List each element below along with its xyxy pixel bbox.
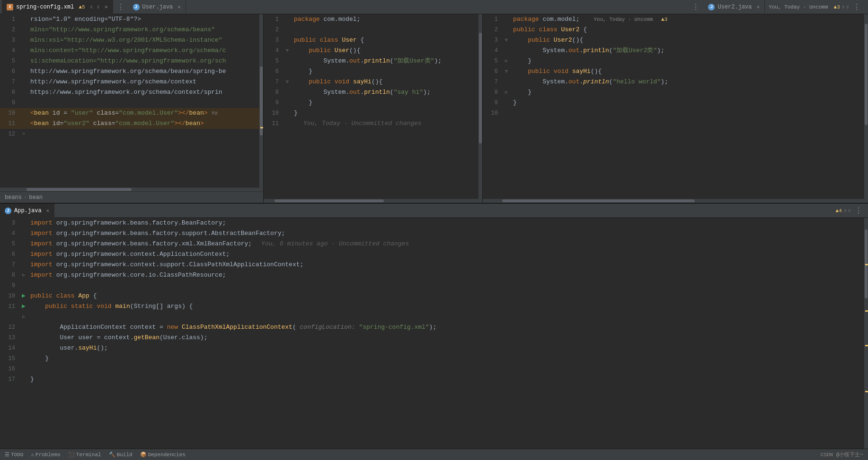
code-line: 1 rsion="1.0" encoding="UTF-8"?> xyxy=(0,14,263,25)
editor-pane-3: 1 package com.model;You, Today · Uncomm … xyxy=(483,14,868,203)
branding: CSDN @小怪下士~ xyxy=(821,451,863,458)
java-icon-user: J xyxy=(133,4,140,10)
code-line: 2 public class User2 { xyxy=(483,25,868,35)
bottom-section: J App.java ✕ ▲4 ∧ ∨ ⋮ 3 import org.sprin… xyxy=(0,204,868,460)
code-line: 4 System.out.println("加载User2类"); xyxy=(483,45,868,56)
code-line: 3 import org.springframework.beans.facto… xyxy=(0,218,868,228)
status-left: ☰ TODO ⚠ Problems ⬛ Terminal 🔨 Build 📦 xyxy=(5,451,186,458)
breadcrumb: beans › bean xyxy=(0,191,263,203)
code-line-git: 11 You, Today · Uncommitted changes xyxy=(264,118,482,129)
code-line: 1 package com.model; xyxy=(264,14,482,25)
code-line: 1 package com.model;You, Today · Uncomm … xyxy=(483,14,868,25)
status-problems[interactable]: ⚠ Problems xyxy=(31,451,60,458)
code-line: 4 ▽ public User(){ xyxy=(264,45,482,56)
bottom-code-area[interactable]: 3 import org.springframework.beans.facto… xyxy=(0,218,868,449)
code-line: 7 http://www.springframework.org/schema/… xyxy=(0,77,263,87)
code-line: 8 ▷ } xyxy=(483,87,868,98)
run-icon[interactable]: ▶ xyxy=(22,291,26,301)
status-terminal[interactable]: ⬛ Terminal xyxy=(68,451,101,458)
code-line: 9 xyxy=(0,98,263,108)
tab-label: User2.java xyxy=(717,4,752,10)
tab-close-user[interactable]: ✕ xyxy=(177,4,181,10)
pane-dots-1[interactable]: ⋮ xyxy=(113,2,128,12)
code-line: 5 si:schemaLocation="http://www.springfr… xyxy=(0,56,263,66)
code-line: 15 } xyxy=(0,353,868,364)
code-line: 9 xyxy=(0,280,868,291)
code-line: 12 ○ xyxy=(0,129,263,139)
warning-badge: ▲5 xyxy=(79,4,85,10)
editor-pane-1: 1 rsion="1.0" encoding="UTF-8"?> 2 mlns=… xyxy=(0,14,264,203)
scrollbar-v-2[interactable] xyxy=(478,14,482,199)
code-line: 14 user.sayHi(); xyxy=(0,343,868,353)
pane-dots-bottom[interactable]: ⋮ xyxy=(851,206,866,216)
code-line: 10 ▶ public class App { xyxy=(0,291,868,301)
scrollbar-h-2[interactable] xyxy=(264,199,482,203)
code-line: 17 } xyxy=(0,374,868,385)
code-line-highlight: 11 <bean id="user2" class="com.model.Use… xyxy=(0,118,263,129)
code-line: 7 System.out.println("hello world"); xyxy=(483,77,868,87)
code-area-1[interactable]: 1 rsion="1.0" encoding="UTF-8"?> 2 mlns=… xyxy=(0,14,263,188)
tab-spring-config[interactable]: X spring-config.xml ▲5 ∧ ∨ ✕ xyxy=(2,0,113,14)
code-area-2[interactable]: ✓ 1 package com.model; 2 3 public class … xyxy=(264,14,482,199)
status-todo[interactable]: ☰ TODO xyxy=(5,451,23,458)
code-line: 2 xyxy=(264,25,482,35)
scrollbar-h-3[interactable] xyxy=(483,199,868,203)
scrollbar-v-3[interactable] xyxy=(864,14,868,199)
java-icon-user2: J xyxy=(708,4,715,10)
scrollbar-thumb-h[interactable] xyxy=(27,188,132,191)
bottom-tab-bar: J App.java ✕ ▲4 ∧ ∨ ⋮ xyxy=(0,204,868,218)
tab-user2-java[interactable]: J User2.java ✕ xyxy=(703,0,765,14)
top-tab-bar: X spring-config.xml ▲5 ∧ ∨ ✕ ⋮ J User.ja… xyxy=(0,0,868,14)
code-line: 8 System.out.println("say hi"); xyxy=(264,87,482,98)
code-line: 10 xyxy=(483,108,868,118)
top-editors: 1 rsion="1.0" encoding="UTF-8"?> 2 mlns=… xyxy=(0,14,868,204)
code-line: 5 import org.springframework.beans.facto… xyxy=(0,239,868,249)
code-line: 7 import org.springframework.context.sup… xyxy=(0,260,868,270)
code-line: 9 } xyxy=(264,98,482,108)
code-line: 10 } xyxy=(264,108,482,118)
code-line: 5 ▷ } xyxy=(483,56,868,66)
scrollbar-v[interactable] xyxy=(259,14,263,188)
code-line: 6 import org.springframework.context.App… xyxy=(0,249,868,260)
status-bar: ☰ TODO ⚠ Problems ⬛ Terminal 🔨 Build 📦 xyxy=(0,449,868,460)
code-line: 12 ApplicationContext context = new Clas… xyxy=(0,322,868,333)
code-line: 6 } xyxy=(264,66,482,77)
code-line: 6 http://www.springframework.org/schema/… xyxy=(0,66,263,77)
code-line-highlight: 10 <bean id = "user" class="com.model.Us… xyxy=(0,108,263,118)
code-area-3[interactable]: 1 package com.model;You, Today · Uncomm … xyxy=(483,14,868,199)
code-line: 4 mlns:content="http://www.springframewo… xyxy=(0,45,263,56)
xml-icon: X xyxy=(7,4,13,10)
code-line: 6 ▽ public void sayHi(){ xyxy=(483,66,868,77)
code-line: 2 mlns="http://www.springframework.org/s… xyxy=(0,25,263,35)
code-line: 9 } xyxy=(483,98,868,108)
editor-pane-2: ✓ 1 package com.model; 2 3 public class … xyxy=(264,14,483,203)
code-line: 3 public class User { xyxy=(264,35,482,45)
code-line: 5 System.out.println("加载User类"); xyxy=(264,56,482,66)
run-icon-2[interactable]: ▶ xyxy=(22,301,26,312)
status-build[interactable]: 🔨 Build xyxy=(109,451,133,458)
tab-close-app[interactable]: ✕ xyxy=(46,207,50,214)
code-line: 13 User user = context.getBean(User.clas… xyxy=(0,333,868,343)
code-line: 3 ▽ public User2(){ xyxy=(483,35,868,45)
pane-dots-2[interactable]: ⋮ xyxy=(688,2,703,12)
code-line: 7 ▽ public void sayHi(){ xyxy=(264,77,482,87)
tab-app-java[interactable]: J App.java ✕ xyxy=(0,204,54,218)
tab-label: spring-config.xml xyxy=(16,4,74,10)
code-line: 3 mlns:xsi="http://www.w3.org/2001/XMLSc… xyxy=(0,35,263,45)
java-icon-app: J xyxy=(5,207,11,214)
scrollbar-v-bottom[interactable] xyxy=(864,218,868,449)
tab-close-user2[interactable]: ✕ xyxy=(757,4,760,10)
pane-dots-3[interactable]: ⋮ xyxy=(849,2,864,12)
scrollbar-thumb-v[interactable] xyxy=(260,66,263,135)
tab-user-java[interactable]: J User.java ✕ xyxy=(128,0,186,14)
status-dependencies[interactable]: 📦 Dependencies xyxy=(140,451,186,458)
tab-close-spring[interactable]: ✕ xyxy=(105,4,108,10)
code-line: 11 ▶ ▷ public static void main(String[] … xyxy=(0,301,868,322)
code-line: 8 ▷ import org.springframework.core.io.C… xyxy=(0,270,868,280)
tab-label: User.java xyxy=(142,4,173,10)
code-line: 8 https://www.springframework.org/schema… xyxy=(0,87,263,98)
code-line: 16 xyxy=(0,364,868,374)
scrollbar-h[interactable] xyxy=(0,188,263,191)
tab-label: App.java xyxy=(14,207,42,214)
code-line: 4 import org.springframework.beans.facto… xyxy=(0,228,868,239)
